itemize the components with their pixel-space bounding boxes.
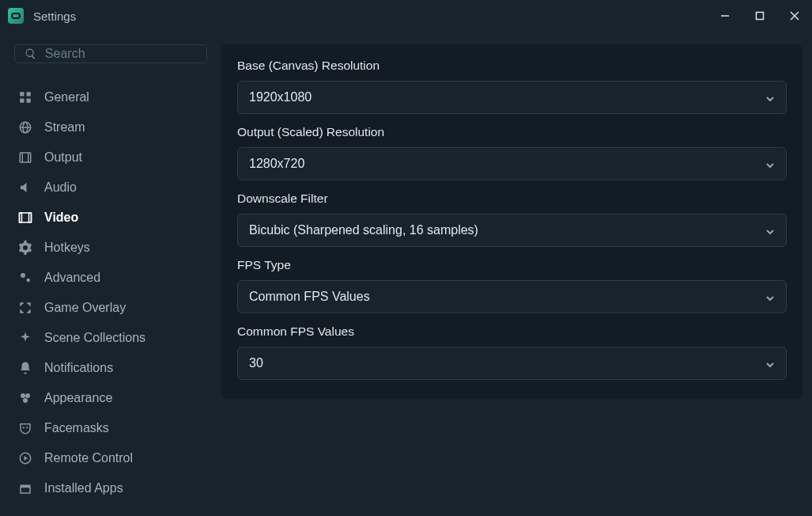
sidebar-item-appearance[interactable]: Appearance xyxy=(14,383,207,413)
minimize-button[interactable] xyxy=(708,0,742,32)
sidebar-item-label: Audio xyxy=(44,180,77,195)
svg-point-20 xyxy=(25,393,30,398)
base-resolution-value: 1920x1080 xyxy=(249,90,312,104)
output-resolution-label: Output (Scaled) Resolution xyxy=(237,125,787,139)
close-icon xyxy=(790,11,799,21)
close-button[interactable] xyxy=(777,0,812,32)
chevron-down-icon xyxy=(765,359,775,368)
common-fps-select[interactable]: 30 xyxy=(237,347,787,380)
play-circle-icon xyxy=(17,450,33,466)
output-resolution-value: 1280x720 xyxy=(249,157,304,171)
search-icon xyxy=(25,47,37,61)
chevron-down-icon xyxy=(765,226,775,235)
search-box[interactable] xyxy=(14,44,207,63)
sidebar-item-label: Remote Control xyxy=(44,451,133,465)
svg-rect-11 xyxy=(20,153,31,162)
field-downscale-filter: Downscale Filter Bicubic (Sharpened scal… xyxy=(237,192,787,247)
sidebar-item-remote-control[interactable]: Remote Control xyxy=(14,443,207,473)
svg-point-19 xyxy=(21,393,25,398)
sidebar-nav: General Stream Output Audio Video Hotkey… xyxy=(14,82,207,503)
main-panel: Base (Canvas) Resolution 1920x1080 Outpu… xyxy=(221,32,812,516)
field-output-resolution: Output (Scaled) Resolution 1280x720 xyxy=(237,125,787,180)
base-resolution-label: Base (Canvas) Resolution xyxy=(237,59,787,73)
field-fps-type: FPS Type Common FPS Values xyxy=(237,258,787,313)
svg-point-23 xyxy=(26,427,28,428)
svg-rect-16 xyxy=(29,213,32,222)
store-icon xyxy=(17,480,33,496)
sparkle-icon xyxy=(17,330,33,346)
sidebar-item-advanced[interactable]: Advanced xyxy=(14,263,207,293)
sidebar-item-scene-collections[interactable]: Scene Collections xyxy=(14,323,207,353)
sidebar-item-label: Advanced xyxy=(44,271,100,285)
sidebar-item-video[interactable]: Video xyxy=(14,203,207,233)
chevron-down-icon xyxy=(765,159,775,169)
gears-icon xyxy=(17,270,33,286)
common-fps-label: Common FPS Values xyxy=(237,324,787,339)
sidebar-item-label: Game Overlay xyxy=(44,301,126,315)
svg-point-21 xyxy=(23,398,28,403)
svg-rect-5 xyxy=(27,92,31,96)
minimize-icon xyxy=(720,11,730,21)
fps-type-value: Common FPS Values xyxy=(249,290,370,304)
expand-icon xyxy=(17,300,33,316)
window-title: Settings xyxy=(33,9,76,23)
video-icon xyxy=(17,210,33,226)
common-fps-value: 30 xyxy=(249,356,263,370)
sidebar-item-label: Installed Apps xyxy=(44,481,123,495)
svg-rect-7 xyxy=(27,99,31,103)
gear-icon xyxy=(17,240,33,256)
sidebar-item-facemasks[interactable]: Facemasks xyxy=(14,413,207,443)
sidebar-item-label: Notifications xyxy=(44,361,113,375)
svg-rect-15 xyxy=(20,213,22,222)
output-resolution-select[interactable]: 1280x720 xyxy=(237,147,787,180)
sidebar-item-label: Video xyxy=(44,211,78,225)
globe-icon xyxy=(17,120,33,135)
window-controls xyxy=(708,0,812,32)
sidebar-item-label: Facemasks xyxy=(44,421,109,435)
maximize-button[interactable] xyxy=(742,0,777,32)
film-icon xyxy=(17,150,33,165)
sidebar-item-label: Output xyxy=(44,150,82,165)
sidebar-item-notifications[interactable]: Notifications xyxy=(14,353,207,383)
downscale-filter-value: Bicubic (Sharpened scaling, 16 samples) xyxy=(249,223,478,237)
sidebar-item-label: Stream xyxy=(44,120,85,135)
content: General Stream Output Audio Video Hotkey… xyxy=(0,32,812,516)
volume-icon xyxy=(17,180,33,195)
svg-point-17 xyxy=(21,273,25,278)
svg-point-22 xyxy=(23,427,25,428)
field-common-fps: Common FPS Values 30 xyxy=(237,324,787,380)
sidebar-item-installed-apps[interactable]: Installed Apps xyxy=(14,473,207,503)
field-base-resolution: Base (Canvas) Resolution 1920x1080 xyxy=(237,59,787,114)
downscale-filter-select[interactable]: Bicubic (Sharpened scaling, 16 samples) xyxy=(237,214,787,247)
fps-type-label: FPS Type xyxy=(237,258,787,272)
svg-rect-4 xyxy=(20,92,24,96)
mask-icon xyxy=(17,420,33,436)
svg-rect-1 xyxy=(757,13,764,20)
sidebar-item-audio[interactable]: Audio xyxy=(14,173,207,203)
base-resolution-select[interactable]: 1920x1080 xyxy=(237,81,787,114)
sidebar-item-game-overlay[interactable]: Game Overlay xyxy=(14,293,207,323)
app-icon xyxy=(8,8,24,24)
titlebar: Settings xyxy=(0,0,812,32)
sidebar: General Stream Output Audio Video Hotkey… xyxy=(0,32,221,516)
sidebar-item-label: General xyxy=(44,90,89,104)
svg-rect-6 xyxy=(20,99,24,103)
sidebar-item-output[interactable]: Output xyxy=(14,142,207,173)
sidebar-item-label: Scene Collections xyxy=(44,331,145,345)
sidebar-item-label: Appearance xyxy=(44,391,112,405)
grid-icon xyxy=(17,89,33,105)
downscale-filter-label: Downscale Filter xyxy=(237,192,787,206)
video-settings-panel: Base (Canvas) Resolution 1920x1080 Outpu… xyxy=(221,44,803,399)
sidebar-item-hotkeys[interactable]: Hotkeys xyxy=(14,233,207,263)
theme-icon xyxy=(17,390,33,406)
search-input[interactable] xyxy=(45,47,197,61)
svg-point-18 xyxy=(27,279,31,283)
chevron-down-icon xyxy=(765,93,775,102)
sidebar-item-general[interactable]: General xyxy=(14,82,207,112)
chevron-down-icon xyxy=(765,292,775,302)
sidebar-item-stream[interactable]: Stream xyxy=(14,112,207,142)
sidebar-item-label: Hotkeys xyxy=(44,241,90,255)
bell-icon xyxy=(17,360,33,376)
fps-type-select[interactable]: Common FPS Values xyxy=(237,280,787,313)
maximize-icon xyxy=(755,11,765,21)
